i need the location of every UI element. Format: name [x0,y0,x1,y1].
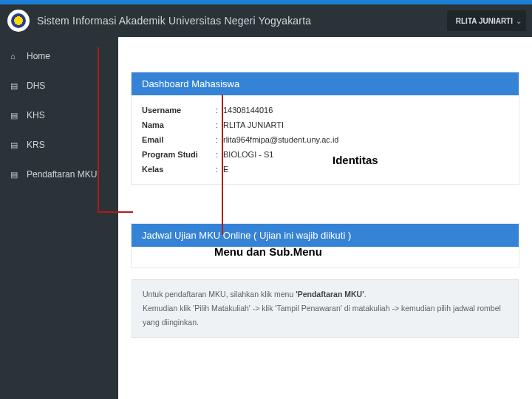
sidebar-item-label: DHS [27,81,45,91]
identity-label: Email [142,135,216,144]
identity-value: rlita964fmipa@student.uny.ac.id [223,135,508,144]
identity-value: RLITA JUNIARTI [223,120,508,129]
annotation-label-identitas: Identitas [332,154,421,174]
identity-row-kelas: Kelas : E [142,162,508,177]
identity-label: Program Studi [142,150,216,159]
jadwal-panel: Jadwal Ujian MKU Online ( Ujian ini waji… [132,224,519,267]
sidebar-item-dhs[interactable]: ▤ DHS [0,71,118,100]
sidebar-item-label: KHS [27,110,45,120]
identity-row-nama: Nama : RLITA JUNIARTI [142,117,508,132]
file-icon: ▤ [10,111,19,120]
identity-row-username: Username : 14308144016 [142,103,508,117]
chevron-down-icon: ⌄ [516,17,522,25]
main-content: Dashboard Mahasiswa Username : 143081440… [118,37,532,399]
dashboard-panel-title: Dashboard Mahasiswa [132,72,519,95]
file-icon: ▤ [10,81,19,91]
home-icon: ⌂ [10,52,19,61]
identity-value: 14308144016 [223,106,508,115]
sidebar-item-home[interactable]: ⌂ Home [0,41,118,71]
sidebar-item-pendaftaran-mku[interactable]: ▤ Pendaftaran MKU [0,160,118,189]
sidebar-item-khs[interactable]: ▤ KHS [0,100,118,130]
identity-label: Username [142,106,216,115]
sidebar-item-label: Home [27,51,50,61]
annotation-arrow-menu [98,211,133,213]
identity-label: Nama [142,120,216,129]
info-line-2: Kemudian klik 'Pilih Matakuliah' -> klik… [143,301,508,330]
user-name-label: RLITA JUNIARTI [456,17,513,25]
jadwal-panel-title: Jadwal Ujian MKU Online ( Ujian ini waji… [132,224,519,247]
identity-row-email: Email : rlita964fmipa@student.uny.ac.id [142,132,508,147]
dashboard-panel: Dashboard Mahasiswa Username : 143081440… [132,72,519,184]
app-title: Sistem Informasi Akademik Universitas Ne… [37,15,311,27]
app-logo [7,10,30,32]
annotation-line-identitas [222,95,223,235]
annotation-label-menu-submenu: Menu dan Sub.Menu [214,245,322,258]
info-line-1: Untuk pendaftaran MKU, silahkan klik men… [143,287,508,301]
info-box: Untuk pendaftaran MKU, silahkan klik men… [132,279,519,338]
identity-label: Kelas [142,165,216,174]
sidebar-item-label: Pendaftaran MKU [27,169,97,180]
file-icon: ▤ [10,170,19,180]
user-menu[interactable]: RLITA JUNIARTI ⌄ [447,10,526,31]
identity-table: Username : 14308144016 Nama : RLITA JUNI… [132,95,519,184]
sidebar-item-label: KRS [27,140,45,150]
sidebar-item-krs[interactable]: ▤ KRS [0,130,118,160]
identity-row-prodi: Program Studi : BIOLOGI - S1 [142,147,508,162]
app-header: Sistem Informasi Akademik Universitas Ne… [0,4,532,37]
file-icon: ▤ [10,140,19,150]
annotation-line-menu [98,47,99,213]
sidebar: ⌂ Home ▤ DHS ▤ KHS ▤ KRS ▤ Pendaftaran M… [0,37,118,399]
